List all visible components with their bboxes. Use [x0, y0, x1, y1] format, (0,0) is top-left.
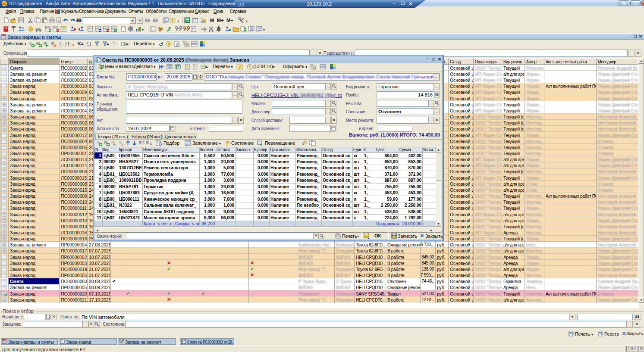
svg-text:Т: Т	[113, 42, 115, 47]
svg-text:ПКО: ПКО	[45, 27, 50, 29]
svg-text:(↔): (↔)	[60, 42, 66, 47]
svg-text:СМЕТ: СМЕТ	[88, 27, 93, 29]
svg-text:НАРЯ: НАРЯ	[103, 27, 108, 29]
svg-text:⇅: ⇅	[142, 141, 145, 144]
svg-text:НАРЯ: НАРЯ	[95, 27, 101, 29]
svg-text:Я: Я	[87, 44, 88, 47]
svg-text:⇅: ⇅	[150, 142, 152, 145]
svg-text:?: ?	[167, 42, 170, 47]
svg-text:?: ?	[171, 19, 173, 22]
svg-text:N: N	[72, 43, 74, 47]
svg-text:АКТ: АКТ	[192, 27, 195, 29]
svg-text:$: $	[100, 64, 103, 70]
svg-text:?: ?	[239, 65, 241, 69]
svg-text:1С: 1С	[2, 2, 6, 6]
svg-text:НАРЯ: НАРЯ	[111, 27, 116, 29]
svg-text:ПКО: ПКО	[53, 27, 57, 29]
